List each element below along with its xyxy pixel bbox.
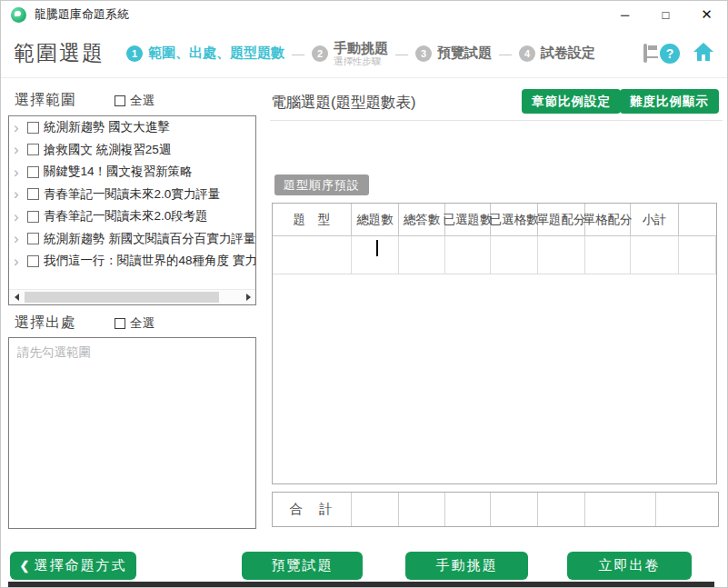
expand-chevron-icon[interactable]: › bbox=[14, 186, 25, 202]
main-section-title: 電腦選題(題型題數表) bbox=[271, 93, 416, 113]
text-cursor bbox=[376, 240, 378, 256]
source-list-box: 請先勾選範圍 bbox=[8, 337, 256, 529]
chapter-ratio-button[interactable]: 章節比例設定 bbox=[522, 89, 621, 114]
source-select-all-checkbox[interactable] bbox=[115, 318, 125, 329]
col-header-type: 題 型 bbox=[273, 204, 352, 235]
header-icons: ? bbox=[643, 42, 714, 65]
cell-total-questions[interactable] bbox=[352, 236, 399, 274]
range-panel-title: 選擇範圍 bbox=[15, 91, 76, 110]
cell-points-per-question[interactable] bbox=[538, 236, 585, 274]
close-button[interactable]: ✕ bbox=[686, 1, 727, 28]
source-select-all-label: 全選 bbox=[130, 315, 155, 332]
tree-item[interactable]: › 搶救國文 統測複習25週 bbox=[9, 139, 255, 162]
item-checkbox[interactable] bbox=[27, 166, 39, 178]
scroll-left-button[interactable] bbox=[9, 290, 24, 304]
cell-points-per-blank[interactable] bbox=[585, 236, 631, 274]
range-select-all-checkbox[interactable] bbox=[115, 95, 125, 106]
table-header-row: 題 型 總題數 總答數 已選題數 已選格數 單題配分 單格配分 小計 bbox=[273, 204, 716, 236]
col-header-points-per-question: 單題配分 bbox=[538, 204, 585, 235]
col-header-selected-questions: 已選題數 bbox=[445, 204, 491, 235]
help-button[interactable]: ? bbox=[660, 44, 680, 64]
manual-pick-button[interactable]: 手動挑題 bbox=[405, 552, 528, 580]
cell-selected-questions[interactable] bbox=[445, 236, 491, 274]
col-header-subtotal: 小計 bbox=[631, 204, 679, 235]
question-type-order-preset-button[interactable]: 題型順序預設 bbox=[274, 174, 369, 195]
step-2-badge: 2 bbox=[312, 45, 328, 62]
step-2-manual-pick[interactable]: 2 手動挑題 選擇性步驟 bbox=[312, 40, 388, 66]
difficulty-ratio-button[interactable]: 難度比例顯示 bbox=[620, 89, 719, 114]
step-3-badge: 3 bbox=[415, 45, 432, 62]
expand-chevron-icon[interactable]: › bbox=[14, 231, 25, 246]
scrollbar-thumb[interactable] bbox=[25, 292, 219, 303]
generate-paper-button[interactable]: 立即出卷 bbox=[567, 552, 692, 580]
source-select-all[interactable]: 全選 bbox=[115, 315, 155, 332]
cell-selected-blanks[interactable] bbox=[491, 236, 538, 274]
scroll-left-icon bbox=[15, 294, 19, 301]
tree-item-label: 青春筆記一閱讀未來2.0實力評量 bbox=[44, 186, 220, 203]
tree-item-label: 搶救國文 統測複習25週 bbox=[44, 142, 171, 158]
maximize-button[interactable]: □ bbox=[645, 1, 686, 28]
tree-item[interactable]: › 我們這一行：閱讀世界的48種角度 實力評量 bbox=[9, 250, 255, 273]
col-header-total-answers: 總答數 bbox=[399, 204, 445, 235]
wizard-stepper: 1 範圍、出處、題型題數 — 2 手動挑題 選擇性步驟 — 3 預覽試題 — 4… bbox=[126, 40, 595, 66]
preview-questions-button[interactable]: 預覽試題 bbox=[242, 552, 363, 580]
step-separator: — bbox=[499, 46, 512, 61]
question-type-table: 題 型 總題數 總答數 已選題數 已選格數 單題配分 單格配分 小計 bbox=[272, 203, 717, 484]
tree-item[interactable]: › 關鍵雙14！國文複習新策略 bbox=[9, 161, 255, 184]
step-3-preview[interactable]: 3 預覽試題 bbox=[415, 45, 492, 62]
home-button[interactable] bbox=[693, 42, 714, 65]
item-checkbox[interactable] bbox=[27, 122, 39, 134]
item-checkbox[interactable] bbox=[27, 233, 39, 244]
tree-item[interactable]: › 青春筆記一閱讀未來2.0實力評量 bbox=[9, 184, 255, 206]
cell-subtotal[interactable] bbox=[631, 236, 679, 274]
titlebar: 龍騰題庫命題系統 ─ □ ✕ bbox=[1, 1, 727, 28]
expand-chevron-icon[interactable]: › bbox=[14, 142, 25, 157]
expand-chevron-icon[interactable]: › bbox=[14, 254, 25, 269]
item-checkbox[interactable] bbox=[27, 188, 39, 200]
minimize-button[interactable]: ─ bbox=[604, 1, 645, 28]
col-header-total-questions: 總題數 bbox=[352, 204, 399, 235]
tree-item[interactable]: › 青春筆記一閱讀未來2.0段考題 bbox=[9, 205, 255, 228]
totals-cell bbox=[445, 493, 491, 526]
cell-type[interactable] bbox=[273, 236, 352, 274]
range-select-all-label: 全選 bbox=[130, 93, 155, 109]
range-tree-list: › 統測新趨勢 國文大進擊 › 搶救國文 統測複習25週 › 關鍵雙14！國文複… bbox=[8, 115, 256, 305]
item-checkbox[interactable] bbox=[27, 211, 39, 223]
totals-cell bbox=[656, 493, 718, 526]
save-button[interactable] bbox=[643, 45, 647, 62]
expand-chevron-icon[interactable]: › bbox=[14, 209, 25, 224]
tree-item[interactable]: › 統測新趨勢 國文大進擊 bbox=[9, 116, 255, 139]
step-separator: — bbox=[292, 46, 304, 61]
tree-item-label: 青春筆記一閱讀未來2.0段考題 bbox=[44, 208, 208, 224]
item-checkbox[interactable] bbox=[27, 255, 39, 267]
totals-cell bbox=[352, 493, 399, 526]
expand-chevron-icon[interactable]: › bbox=[14, 164, 25, 180]
section-divider bbox=[270, 120, 723, 121]
back-to-method-button[interactable]: ❮ 選擇命題方式 bbox=[10, 552, 136, 580]
tree-item[interactable]: › 統測新趨勢 新國文閱讀百分百實力評量 bbox=[9, 228, 255, 251]
app-title: 龍騰題庫命題系統 bbox=[35, 6, 129, 23]
cell-empty[interactable] bbox=[679, 236, 716, 274]
expand-chevron-icon[interactable]: › bbox=[14, 120, 25, 135]
horizontal-scrollbar[interactable] bbox=[9, 289, 255, 304]
range-select-all[interactable]: 全選 bbox=[115, 93, 155, 109]
range-panel-header: 選擇範圍 全選 bbox=[15, 91, 254, 110]
item-checkbox[interactable] bbox=[27, 144, 39, 155]
step-3-label: 預覽試題 bbox=[437, 45, 492, 62]
step-1-range[interactable]: 1 範圍、出處、題型題數 bbox=[126, 45, 284, 62]
totals-cell bbox=[538, 493, 585, 526]
cell-total-answers[interactable] bbox=[399, 236, 445, 274]
totals-cell bbox=[585, 493, 656, 526]
step-2-sublabel: 選擇性步驟 bbox=[334, 55, 388, 66]
col-header-selected-blanks: 已選格數 bbox=[491, 204, 538, 235]
scroll-right-icon bbox=[246, 294, 251, 301]
step-4-paper-settings[interactable]: 4 試卷設定 bbox=[519, 45, 595, 62]
app-logo-icon bbox=[11, 7, 26, 23]
scroll-right-button[interactable] bbox=[241, 290, 255, 304]
tree-item-label: 我們這一行：閱讀世界的48種角度 實力評量 bbox=[44, 253, 255, 269]
col-header-empty bbox=[679, 204, 716, 235]
back-button-label: 選擇命題方式 bbox=[34, 557, 126, 574]
tree-item-label: 統測新趨勢 國文大進擊 bbox=[44, 119, 170, 135]
save-icon bbox=[643, 44, 647, 63]
page-title: 範圍選題 bbox=[14, 39, 105, 67]
